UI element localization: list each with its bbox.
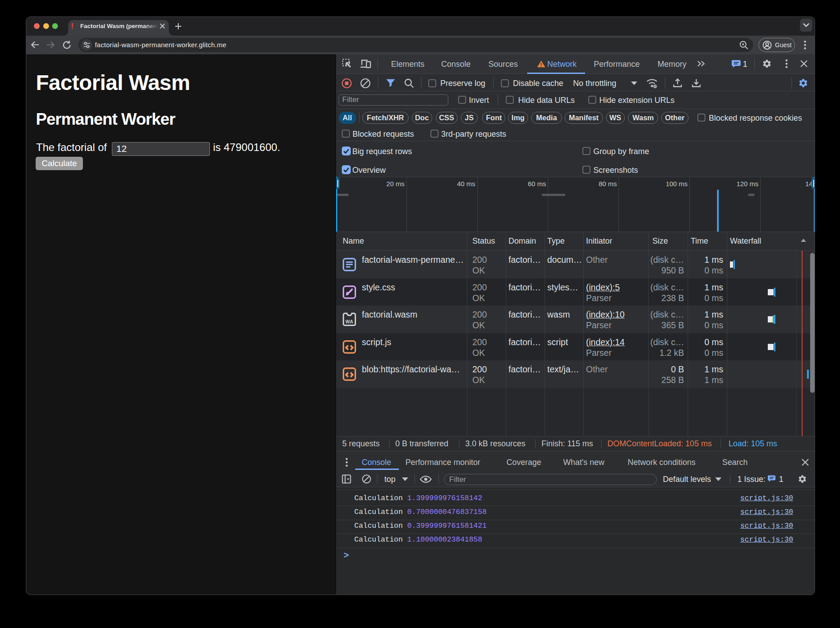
svg-text:WA: WA bbox=[345, 319, 353, 324]
